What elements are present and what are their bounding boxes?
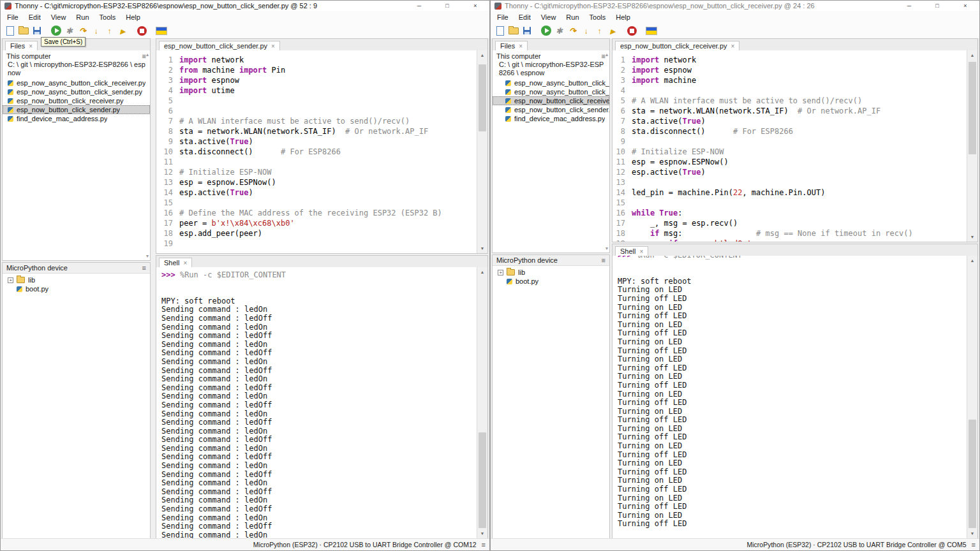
- files-root-row[interactable]: This computer ≡: [3, 50, 150, 61]
- shell-scrollbar[interactable]: ▲ ▼: [967, 256, 977, 538]
- tab-close-icon[interactable]: ×: [29, 43, 33, 50]
- code-text[interactable]: [632, 177, 636, 187]
- code-text[interactable]: [632, 85, 636, 96]
- code-text[interactable]: esp = espnow.ESPNow(): [632, 157, 729, 167]
- code-text[interactable]: sta.disconnect() # For ESP8266: [632, 126, 793, 136]
- title-bar[interactable]: Thonny - C:\git\micropython-ESP32-ESP826…: [1, 1, 489, 11]
- code-text[interactable]: esp.active(True): [179, 187, 253, 198]
- pane-menu-icon[interactable]: ≡: [142, 264, 146, 272]
- code-text[interactable]: esp.add_peer(peer): [179, 228, 262, 239]
- open-file-button[interactable]: [17, 24, 30, 38]
- tab-close-icon[interactable]: ×: [183, 260, 187, 267]
- tab-close-icon[interactable]: ×: [731, 43, 735, 50]
- code-text[interactable]: [179, 96, 184, 106]
- code-text[interactable]: [632, 198, 636, 208]
- code-text[interactable]: # Define the MAC address of the receivin…: [179, 208, 442, 218]
- resume-button[interactable]: [116, 24, 130, 38]
- device-item[interactable]: +lib: [493, 268, 609, 277]
- code-text[interactable]: [632, 136, 636, 147]
- file-item[interactable]: esp_now_async_button_click_receiver.py: [3, 78, 150, 87]
- code-text[interactable]: import network: [632, 55, 696, 65]
- scroll-down-icon[interactable]: ▼: [967, 529, 977, 538]
- code-text[interactable]: import espnow: [632, 65, 692, 75]
- tree-scroll-up-icon[interactable]: ▴: [605, 52, 608, 57]
- code-text[interactable]: import utime: [179, 85, 235, 96]
- code-text[interactable]: import espnow: [179, 75, 239, 85]
- title-bar[interactable]: Thonny - C:\git\micropython-ESP32-ESP826…: [491, 1, 979, 11]
- scroll-up-icon[interactable]: ▲: [477, 51, 487, 59]
- file-item[interactable]: esp_now_async_button_click_receiver.py: [493, 78, 609, 87]
- close-button[interactable]: ×: [951, 1, 979, 11]
- scroll-up-icon[interactable]: ▲: [967, 51, 977, 59]
- files-root-row[interactable]: This computer ≡: [493, 50, 609, 61]
- file-item[interactable]: esp_now_async_button_click_sender.py: [3, 87, 150, 96]
- code-text[interactable]: sta.disconnect() # For ESP8266: [179, 147, 341, 157]
- file-item[interactable]: esp_now_async_button_click_sender.py: [493, 87, 609, 96]
- scroll-down-icon[interactable]: ▼: [477, 529, 487, 538]
- step-over-button[interactable]: [566, 24, 579, 38]
- backend-menu-icon[interactable]: ≡: [482, 541, 486, 548]
- maximize-button[interactable]: □: [923, 1, 951, 11]
- step-out-button[interactable]: [103, 24, 116, 38]
- shell-output[interactable]: >>> %Run -c $EDITOR_CONTENT MPY: soft re…: [156, 267, 477, 538]
- scroll-down-icon[interactable]: ▼: [477, 244, 487, 253]
- new-file-button[interactable]: [493, 24, 507, 38]
- code-text[interactable]: sta.active(True): [179, 136, 253, 147]
- shell-output[interactable]: >>> %Run -c $EDITOR_CONTENT MPY: soft re…: [612, 256, 967, 538]
- code-text[interactable]: [179, 157, 184, 167]
- code-text[interactable]: # Initialize ESP-NOW: [179, 167, 272, 177]
- menu-edit[interactable]: Edit: [514, 12, 536, 22]
- scroll-up-icon[interactable]: ▲: [477, 268, 487, 276]
- device-item[interactable]: boot.py: [3, 284, 150, 293]
- code-text[interactable]: _, msg = esp.recv(): [632, 218, 738, 228]
- scrollbar-thumb[interactable]: [479, 64, 486, 131]
- menu-tools[interactable]: Tools: [94, 12, 121, 22]
- tab-close-icon[interactable]: ×: [271, 43, 275, 50]
- menu-help[interactable]: Help: [121, 12, 145, 22]
- step-into-button[interactable]: [579, 24, 593, 38]
- expander-icon[interactable]: +: [8, 277, 13, 283]
- tree-scroll-up-icon[interactable]: ▴: [146, 52, 149, 57]
- minimize-button[interactable]: ─: [895, 1, 923, 11]
- expander-icon[interactable]: +: [498, 270, 503, 276]
- flag-button[interactable]: [154, 24, 168, 38]
- step-out-button[interactable]: [593, 24, 606, 38]
- menu-file[interactable]: File: [492, 12, 514, 22]
- menu-help[interactable]: Help: [611, 12, 635, 22]
- code-text[interactable]: esp.active(True): [632, 167, 706, 177]
- code-text[interactable]: import network: [179, 55, 244, 65]
- code-text[interactable]: sta = network.WLAN(network.STA_IF) # Or …: [179, 126, 428, 136]
- menu-view[interactable]: View: [536, 12, 561, 22]
- menu-run[interactable]: Run: [71, 12, 94, 22]
- code-text[interactable]: # Initialize ESP-NOW: [632, 147, 724, 157]
- editor-scrollbar[interactable]: ▲ ▼: [477, 50, 487, 253]
- close-button[interactable]: ×: [461, 1, 489, 11]
- scrollbar-thumb[interactable]: [969, 62, 976, 154]
- code-text[interactable]: [179, 198, 184, 208]
- code-text[interactable]: esp = espnow.ESPNow(): [179, 177, 276, 187]
- code-text[interactable]: sta = network.WLAN(network.STA_IF) # Or …: [632, 106, 880, 116]
- menu-edit[interactable]: Edit: [24, 12, 46, 22]
- run-button[interactable]: [539, 24, 553, 38]
- scroll-up-icon[interactable]: ▲: [967, 256, 977, 265]
- editor-scrollbar[interactable]: ▲ ▼: [967, 50, 977, 242]
- menu-tools[interactable]: Tools: [584, 12, 611, 22]
- new-file-button[interactable]: [3, 24, 17, 38]
- debug-button[interactable]: [553, 24, 566, 38]
- file-item[interactable]: esp_now_button_click_sender.py: [3, 105, 150, 114]
- tab-close-icon[interactable]: ×: [639, 248, 643, 255]
- code-text[interactable]: from machine import Pin: [179, 65, 285, 75]
- step-over-button[interactable]: [76, 24, 89, 38]
- file-item[interactable]: find_device_mac_address.py: [3, 114, 150, 123]
- save-button[interactable]: [520, 24, 533, 38]
- menu-view[interactable]: View: [46, 12, 71, 22]
- stop-button[interactable]: [135, 24, 149, 38]
- code-text[interactable]: [179, 106, 184, 116]
- tree-scroll-down-icon[interactable]: ▾: [605, 246, 608, 251]
- device-item[interactable]: +lib: [3, 276, 150, 284]
- shell-scrollbar[interactable]: ▲ ▼: [477, 267, 487, 538]
- backend-menu-icon[interactable]: ≡: [972, 541, 976, 548]
- code-text[interactable]: # A WLAN interface must be active to sen…: [179, 116, 410, 126]
- stop-button[interactable]: [625, 24, 639, 38]
- tree-scroll-down-icon[interactable]: ▾: [146, 253, 149, 259]
